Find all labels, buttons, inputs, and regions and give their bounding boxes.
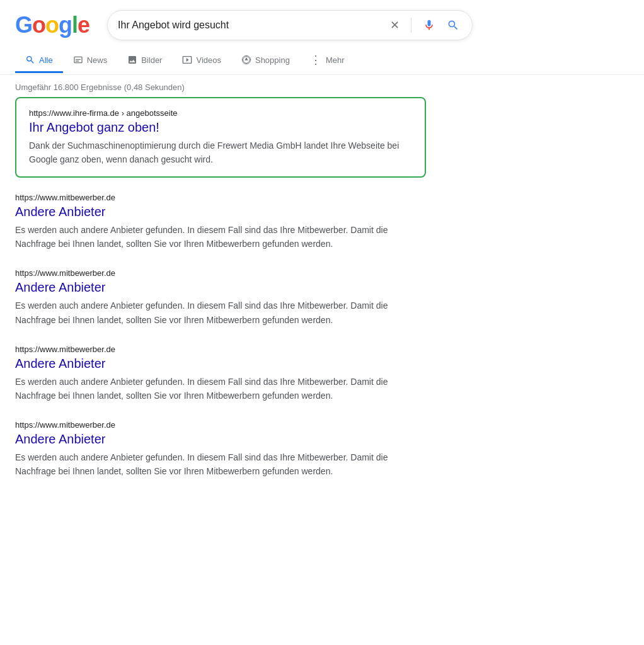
tab-videos-label: Videos <box>196 55 221 65</box>
result-url-text-0: https://www.mitbewerber.de <box>15 193 115 202</box>
result-url-text-2: https://www.mitbewerber.de <box>15 345 115 354</box>
result-item-1: https://www.mitbewerber.de Andere Anbiet… <box>15 268 426 326</box>
tab-news-label: News <box>87 55 108 65</box>
result-url-2: https://www.mitbewerber.de <box>15 345 426 354</box>
logo-o1: o <box>32 12 45 38</box>
featured-result: https://www.ihre-firma.de › angebotsseit… <box>15 97 426 178</box>
result-url-text-3: https://www.mitbewerber.de <box>15 420 115 430</box>
logo-g2: g <box>59 12 72 38</box>
result-title-2[interactable]: Andere Anbieter <box>15 357 426 371</box>
result-desc-0: Es werden auch andere Anbieter gefunden.… <box>15 223 426 251</box>
search-icons: ✕ <box>388 16 462 35</box>
mic-icon <box>423 19 435 31</box>
header: Google Ihr Angebot wird gesucht ✕ <box>0 0 644 40</box>
logo-g: G <box>15 12 32 38</box>
nav-tabs: Alle News Bilder Videos Shopping ⋮ Mehr <box>0 47 644 75</box>
results-area: Umgefähr 16.800 Ergebnisse (0,48 Sekunde… <box>0 75 441 478</box>
clear-icon: ✕ <box>390 18 400 32</box>
tab-mehr[interactable]: ⋮ Mehr <box>300 47 355 75</box>
result-url-1: https://www.mitbewerber.de <box>15 268 426 278</box>
tab-bilder-label: Bilder <box>141 55 162 65</box>
tab-shopping-label: Shopping <box>255 55 290 65</box>
result-title-1[interactable]: Andere Anbieter <box>15 280 426 295</box>
result-item-0: https://www.mitbewerber.de Andere Anbiet… <box>15 193 426 251</box>
mehr-icon: ⋮ <box>310 53 322 67</box>
icon-divider <box>411 18 411 33</box>
result-url-0: https://www.mitbewerber.de <box>15 193 426 202</box>
news-icon <box>73 55 83 65</box>
featured-description: Dank der Suchmaschinenoptimierung durch … <box>29 139 412 166</box>
result-title-0[interactable]: Andere Anbieter <box>15 205 426 219</box>
result-stats: Umgefähr 16.800 Ergebnisse (0,48 Sekunde… <box>15 75 426 97</box>
logo-o2: o <box>45 12 59 38</box>
bilder-icon <box>127 55 137 65</box>
tab-news[interactable]: News <box>63 49 118 73</box>
result-desc-3: Es werden auch andere Anbieter gefunden.… <box>15 450 426 478</box>
tab-shopping[interactable]: Shopping <box>231 49 300 73</box>
result-desc-1: Es werden auch andere Anbieter gefunden.… <box>15 299 426 326</box>
result-title-3[interactable]: Andere Anbieter <box>15 432 426 447</box>
search-icon <box>447 19 459 31</box>
logo-e: e <box>78 12 89 38</box>
clear-button[interactable]: ✕ <box>388 16 402 35</box>
google-logo: Google <box>15 12 89 38</box>
alle-icon <box>25 55 35 65</box>
result-item-3: https://www.mitbewerber.de Andere Anbiet… <box>15 420 426 478</box>
search-input[interactable]: Ihr Angebot wird gesucht <box>118 20 382 31</box>
results-list: https://www.mitbewerber.de Andere Anbiet… <box>15 193 426 478</box>
result-url-3: https://www.mitbewerber.de <box>15 420 426 430</box>
result-desc-2: Es werden auch andere Anbieter gefunden.… <box>15 375 426 402</box>
featured-url: https://www.ihre-firma.de › angebotsseit… <box>29 108 412 118</box>
videos-icon <box>182 55 192 65</box>
tab-alle-label: Alle <box>39 55 53 65</box>
search-bar: Ihr Angebot wird gesucht ✕ <box>107 10 473 40</box>
result-url-text-1: https://www.mitbewerber.de <box>15 268 115 278</box>
search-button[interactable] <box>444 16 462 34</box>
tab-alle[interactable]: Alle <box>15 49 63 73</box>
shopping-icon <box>241 55 251 65</box>
tab-bilder[interactable]: Bilder <box>117 49 172 73</box>
tab-videos[interactable]: Videos <box>172 49 231 73</box>
result-item-2: https://www.mitbewerber.de Andere Anbiet… <box>15 345 426 402</box>
featured-url-text: https://www.ihre-firma.de › angebotsseit… <box>29 108 178 118</box>
mic-button[interactable] <box>420 16 438 34</box>
logo-l: l <box>72 12 78 38</box>
featured-title[interactable]: Ihr Angebot ganz oben! <box>29 120 412 135</box>
tab-mehr-label: Mehr <box>326 55 345 65</box>
